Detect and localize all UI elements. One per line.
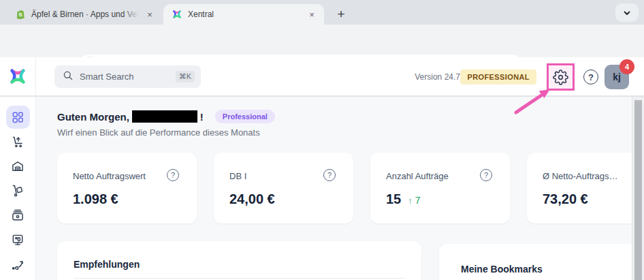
screen: S Äpfel & Birnen · Apps und Ver × Xentra…: [0, 0, 644, 280]
kpi-value: 15: [386, 191, 401, 207]
trend-arrow-icon: [11, 258, 25, 271]
kpi-delta: ↑7: [408, 195, 420, 206]
kpi-label: Netto Auftragswert: [73, 171, 146, 181]
hand-truck-icon: [11, 184, 25, 198]
tab-search-chevron-button[interactable]: [615, 3, 639, 22]
sidebar-item-sales[interactable]: [6, 130, 30, 153]
cash-icon: [11, 208, 25, 222]
sidebar-item-dashboard[interactable]: [6, 106, 30, 129]
dashboard-main: Guten Morgen, ! Professional Wirf einen …: [36, 97, 632, 280]
kpi-value: 73,20 €: [543, 191, 588, 207]
sidebar-item-warehouse[interactable]: [6, 155, 30, 178]
greeting-block: Guten Morgen, ! Professional Wirf einen …: [57, 110, 275, 138]
kpi-label: DB I: [229, 171, 246, 181]
pos-display-icon: [11, 233, 25, 247]
kpi-card-db1: DB I ? 24,00 €: [214, 153, 353, 223]
notification-badge: 4: [619, 59, 634, 74]
sidebar-item-growth[interactable]: [6, 253, 30, 276]
help-circle-icon[interactable]: ?: [167, 169, 179, 181]
panel-divider: [74, 278, 404, 279]
professional-badge: Professional: [215, 110, 275, 123]
name-redaction-bar: [132, 110, 197, 123]
scrollbar-thumb[interactable]: [634, 100, 642, 280]
arrow-up-icon: ↑: [408, 196, 413, 206]
search-shortcut-chip: ⌘K: [176, 71, 195, 82]
kpi-card-row: Netto Auftragswert ? 1.098 € DB I ? 24,0…: [57, 153, 632, 223]
search-placeholder: Smart Search: [80, 72, 170, 82]
sidebar-nav: [0, 97, 36, 280]
browser-tab-bar: S Äpfel & Birnen · Apps und Ver × Xentra…: [0, 0, 644, 25]
sidebar-item-logistics[interactable]: [6, 179, 30, 202]
panel-title: Empfehlungen: [74, 259, 140, 270]
help-circle-icon[interactable]: ?: [480, 169, 492, 181]
dashboard-grid-icon: [11, 110, 25, 124]
help-button[interactable]: ?: [583, 69, 598, 84]
kpi-value: 1.098 €: [73, 191, 118, 207]
kpi-label: Ø Netto-Auftrags…: [543, 171, 618, 181]
help-circle-icon[interactable]: ?: [323, 169, 336, 181]
svg-text:S: S: [18, 12, 22, 18]
xentral-favicon-icon: [172, 9, 182, 20]
greeting-title: Guten Morgen,: [57, 111, 129, 123]
plan-badge: PROFESSIONAL: [460, 69, 536, 84]
settings-gear-button[interactable]: [547, 63, 575, 91]
kpi-value: 24,00 €: [229, 191, 275, 207]
xentral-logo[interactable]: [0, 57, 36, 95]
bookmarks-panel: Meine Bookmarks: [439, 244, 632, 280]
greeting-subtitle: Wirf einen Blick auf die Performance die…: [57, 127, 275, 138]
cart-up-icon: [11, 135, 25, 149]
browser-tab-xentral[interactable]: Xentral ×: [163, 4, 324, 25]
browser-toolbar: 文A K: [0, 25, 644, 57]
search-icon: [63, 70, 74, 84]
kpi-card-netto-auftragswert: Netto Auftragswert ? 1.098 €: [57, 153, 197, 223]
warehouse-icon: [11, 159, 25, 173]
version-label: Version 24.7.2: [415, 72, 467, 82]
sidebar-item-finance[interactable]: [6, 204, 30, 227]
shopify-favicon-icon: S: [15, 9, 26, 20]
kpi-label: Anzahl Aufträge: [386, 171, 449, 181]
browser-tab-shopify[interactable]: S Äpfel & Birnen · Apps und Ver ×: [7, 4, 162, 25]
recommendations-panel: Empfehlungen: [57, 241, 421, 280]
kpi-card-avg-netto: Ø Netto-Auftrags… 73,20 €: [527, 153, 632, 223]
xentral-app-header: Smart Search ⌘K Version 24.7.2 PROFESSIO…: [0, 57, 644, 96]
page-scrollbar[interactable]: [632, 97, 644, 280]
tab-title: Äpfel & Birnen · Apps und Ver: [31, 10, 139, 19]
smart-search-input[interactable]: Smart Search ⌘K: [54, 65, 201, 88]
close-tab-icon[interactable]: ×: [306, 9, 317, 20]
panel-title: Meine Bookmarks: [461, 264, 543, 275]
greeting-exclaim: !: [200, 111, 204, 123]
kpi-card-anzahl-auftraege: Anzahl Aufträge ? 15 ↑7: [370, 153, 510, 223]
new-tab-button[interactable]: +: [332, 5, 350, 23]
close-tab-icon[interactable]: ×: [144, 9, 155, 20]
tab-title: Xentral: [188, 10, 301, 19]
sidebar-item-pos[interactable]: [6, 228, 30, 251]
